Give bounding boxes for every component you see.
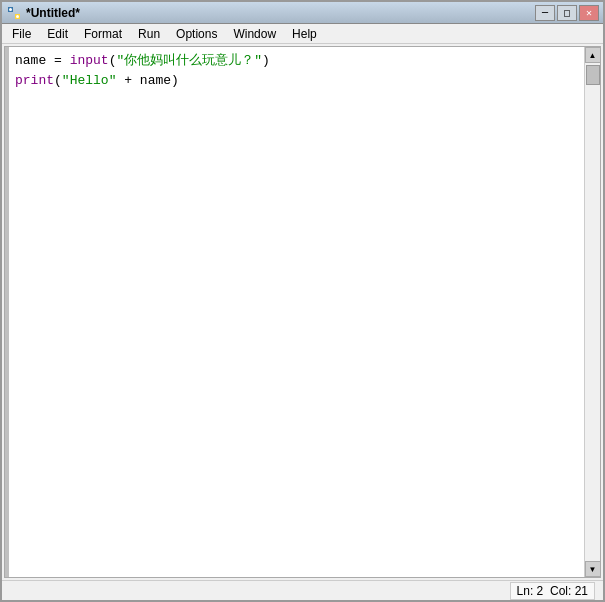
menu-run[interactable]: Run: [130, 25, 168, 43]
string-hello: "Hello": [62, 73, 117, 88]
scroll-track[interactable]: [586, 63, 600, 561]
var-name-2: name: [140, 73, 171, 88]
menu-window[interactable]: Window: [225, 25, 284, 43]
editor-container: name = input("你他妈叫什么玩意儿？") print("Hello"…: [4, 46, 601, 578]
status-position: Ln: 2 Col: 21: [510, 582, 595, 600]
menu-format[interactable]: Format: [76, 25, 130, 43]
code-line-2: print("Hello" + name): [15, 71, 578, 91]
title-bar: *Untitled* ─ □ ✕: [2, 2, 603, 24]
window-controls: ─ □ ✕: [535, 5, 599, 21]
scroll-thumb[interactable]: [586, 65, 600, 85]
menu-help[interactable]: Help: [284, 25, 325, 43]
app-icon: [6, 5, 22, 21]
scroll-up-arrow[interactable]: ▲: [585, 47, 601, 63]
paren-close-2: ): [171, 73, 179, 88]
editor-area: name = input("你他妈叫什么玩意儿？") print("Hello"…: [5, 47, 600, 577]
status-bar: Ln: 2 Col: 21: [2, 580, 603, 600]
paren-open-2: (: [54, 73, 62, 88]
plus-op: +: [116, 73, 139, 88]
window-title: *Untitled*: [26, 6, 535, 20]
assign-op: =: [46, 53, 69, 68]
menu-edit[interactable]: Edit: [39, 25, 76, 43]
svg-point-3: [16, 15, 19, 18]
status-line: Ln: 2: [517, 584, 544, 598]
string-cn: "你他妈叫什么玩意儿？": [116, 53, 262, 68]
var-name: name: [15, 53, 46, 68]
close-button[interactable]: ✕: [579, 5, 599, 21]
paren-close-1: ): [262, 53, 270, 68]
input-keyword: input: [70, 53, 109, 68]
menu-options[interactable]: Options: [168, 25, 225, 43]
scroll-down-arrow[interactable]: ▼: [585, 561, 601, 577]
menu-file[interactable]: File: [4, 25, 39, 43]
vertical-scrollbar[interactable]: ▲ ▼: [584, 47, 600, 577]
code-line-1: name = input("你他妈叫什么玩意儿？"): [15, 51, 578, 71]
svg-point-2: [9, 8, 12, 11]
status-separator: [543, 584, 550, 598]
code-editor[interactable]: name = input("你他妈叫什么玩意儿？") print("Hello"…: [9, 47, 584, 577]
status-col: Col: 21: [550, 584, 588, 598]
maximize-button[interactable]: □: [557, 5, 577, 21]
main-window: *Untitled* ─ □ ✕ File Edit Format Run Op…: [0, 0, 605, 602]
minimize-button[interactable]: ─: [535, 5, 555, 21]
print-keyword: print: [15, 73, 54, 88]
menu-bar: File Edit Format Run Options Window Help: [2, 24, 603, 44]
